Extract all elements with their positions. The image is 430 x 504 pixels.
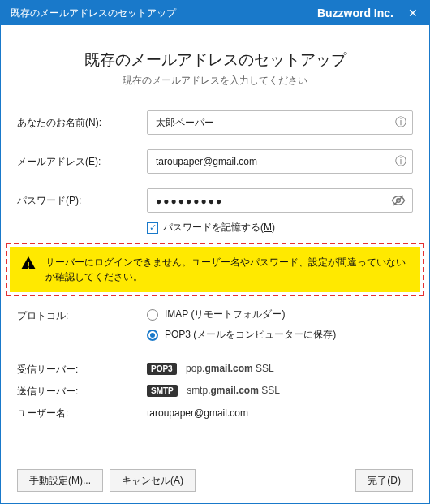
protocol-tag: POP3 xyxy=(147,363,177,375)
window-brand: Buzzword Inc. xyxy=(317,6,393,19)
titlebar: 既存のメールアドレスのセットアップ Buzzword Inc. ✕ xyxy=(1,1,429,25)
password-label: パスワード(P): xyxy=(17,194,147,208)
radio-label: POP3 (メールをコンピューターに保存) xyxy=(165,328,336,342)
page-title: 既存のメールアドレスのセットアップ xyxy=(17,50,413,71)
error-highlight: サーバーにログインできません。ユーザー名やパスワード、設定が間違っていないか確認… xyxy=(6,243,424,296)
btn-text: ) xyxy=(398,475,401,486)
manual-config-button[interactable]: 手動設定(M)... xyxy=(17,469,103,492)
name-label: あなたのお名前(N): xyxy=(17,116,147,130)
btn-text: 完了( xyxy=(368,475,390,486)
checkbox-label: パスワードを記憶する(M) xyxy=(163,221,275,235)
server-host-post: SSL xyxy=(259,385,280,396)
row-outgoing-server: 送信サーバー: SMTP smtp.gmail.com SSL xyxy=(17,383,413,398)
server-host-pre: smtp. xyxy=(187,385,210,396)
toggle-password-icon[interactable] xyxy=(391,193,406,208)
row-email: メールアドレス(E): ⓘ xyxy=(17,149,413,174)
page-subtitle: 現在のメールアドレスを入力してください xyxy=(17,74,413,88)
label-text: メールアドレス( xyxy=(17,156,88,167)
protocol-tag: SMTP xyxy=(147,385,178,397)
protocol-label: プロトコル: xyxy=(17,308,147,323)
btn-accel: A xyxy=(174,475,180,486)
label-text: ): xyxy=(96,117,101,128)
info-icon[interactable]: ⓘ xyxy=(395,154,406,169)
label-accel: N xyxy=(88,117,96,128)
error-alert: サーバーにログインできません。ユーザー名やパスワード、設定が間違っていないか確認… xyxy=(10,247,420,292)
server-host-post: SSL xyxy=(253,363,274,374)
outgoing-label: 送信サーバー: xyxy=(17,383,147,398)
name-input[interactable] xyxy=(147,110,413,135)
row-name: あなたのお名前(N): ⓘ xyxy=(17,110,413,135)
server-host-pre: pop. xyxy=(186,363,204,374)
warning-icon xyxy=(21,256,36,269)
label-accel: M xyxy=(264,222,272,233)
remember-password-checkbox[interactable]: ✓ パスワードを記憶する(M) xyxy=(147,221,413,235)
footer: 手動設定(M)... キャンセル(A) 完了(D) xyxy=(1,458,429,503)
row-incoming-server: 受信サーバー: POP3 pop.gmail.com SSL xyxy=(17,361,413,377)
username-label: ユーザー名: xyxy=(17,405,147,420)
server-text: pop.gmail.com SSL xyxy=(186,363,274,374)
window-title: 既存のメールアドレスのセットアップ xyxy=(11,6,317,20)
label-accel: E xyxy=(88,156,95,167)
info-icon[interactable]: ⓘ xyxy=(395,115,406,130)
checkbox-icon: ✓ xyxy=(147,222,158,234)
btn-text: 手動設定( xyxy=(29,475,71,486)
label-text: パスワードを記憶する( xyxy=(163,222,264,233)
error-text: サーバーにログインできません。ユーザー名やパスワード、設定が間違っていないか確認… xyxy=(45,256,406,282)
protocol-radio-group: IMAP (リモートフォルダー) POP3 (メールをコンピューターに保存) xyxy=(147,308,336,342)
server-host-bold: gmail.com xyxy=(210,385,258,396)
radio-pop3[interactable]: POP3 (メールをコンピューターに保存) xyxy=(147,328,336,342)
incoming-value: POP3 pop.gmail.com SSL xyxy=(147,363,274,375)
outgoing-value: SMTP smtp.gmail.com SSL xyxy=(147,385,280,397)
label-text: ): xyxy=(75,195,81,206)
content: 既存のメールアドレスのセットアップ 現在のメールアドレスを入力してください あな… xyxy=(1,25,429,458)
radio-icon xyxy=(147,309,158,321)
server-host-bold: gmail.com xyxy=(204,363,252,374)
email-input[interactable] xyxy=(147,149,413,174)
password-mask: ●●●●●●●●● xyxy=(148,189,412,213)
label-text: ) xyxy=(272,222,275,233)
incoming-label: 受信サーバー: xyxy=(17,361,147,377)
label-text: パスワード( xyxy=(17,195,69,206)
btn-accel: M xyxy=(71,475,80,486)
username-value: taroupaper@gmail.com xyxy=(147,407,248,419)
done-button[interactable]: 完了(D) xyxy=(355,469,413,492)
radio-imap[interactable]: IMAP (リモートフォルダー) xyxy=(147,308,336,321)
radio-icon xyxy=(147,330,158,341)
btn-accel: D xyxy=(390,475,398,486)
password-input[interactable]: ●●●●●●●●● xyxy=(147,188,413,213)
server-text: smtp.gmail.com SSL xyxy=(187,385,280,396)
btn-text: キャンセル( xyxy=(122,475,174,486)
row-password: パスワード(P): ●●●●●●●●● xyxy=(17,188,413,213)
row-protocol: プロトコル: IMAP (リモートフォルダー) POP3 (メールをコンピュータ… xyxy=(17,308,413,342)
row-username: ユーザー名: taroupaper@gmail.com xyxy=(17,405,413,420)
radio-label: IMAP (リモートフォルダー) xyxy=(165,308,285,321)
cancel-button[interactable]: キャンセル(A) xyxy=(110,469,196,492)
label-accel: P xyxy=(69,195,75,206)
email-label: メールアドレス(E): xyxy=(17,155,147,169)
btn-text: )... xyxy=(80,475,91,486)
btn-text: ) xyxy=(180,475,183,486)
label-text: ): xyxy=(95,156,101,167)
label-text: あなたのお名前( xyxy=(17,117,88,128)
close-icon[interactable]: ✕ xyxy=(405,6,421,19)
